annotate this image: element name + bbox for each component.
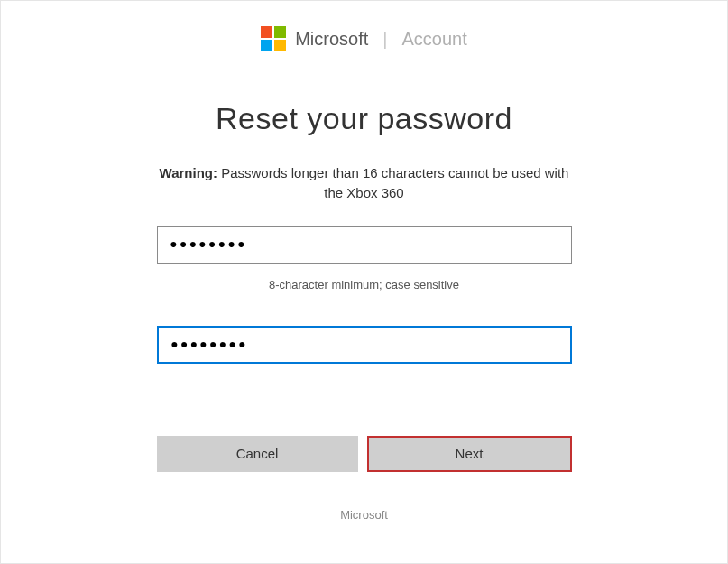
microsoft-logo-icon xyxy=(261,26,286,51)
header: Microsoft | Account xyxy=(1,1,727,51)
warning-label: Warning: xyxy=(160,165,217,180)
footer-text: Microsoft xyxy=(157,508,572,522)
cancel-button[interactable]: Cancel xyxy=(157,436,358,472)
confirm-password-input[interactable] xyxy=(157,326,572,364)
warning-text: Passwords longer than 16 characters cann… xyxy=(217,165,568,200)
warning-message: Warning: Passwords longer than 16 charac… xyxy=(157,163,572,203)
page-title: Reset your password xyxy=(157,101,572,136)
next-button[interactable]: Next xyxy=(367,436,572,472)
divider: | xyxy=(382,29,387,50)
brand-name: Microsoft xyxy=(295,29,368,50)
main-content: Reset your password Warning: Passwords l… xyxy=(157,101,572,522)
new-password-input[interactable] xyxy=(157,226,572,264)
password-hint: 8-character minimum; case sensitive xyxy=(157,278,572,291)
button-row: Cancel Next xyxy=(157,436,572,472)
section-name: Account xyxy=(402,29,467,50)
